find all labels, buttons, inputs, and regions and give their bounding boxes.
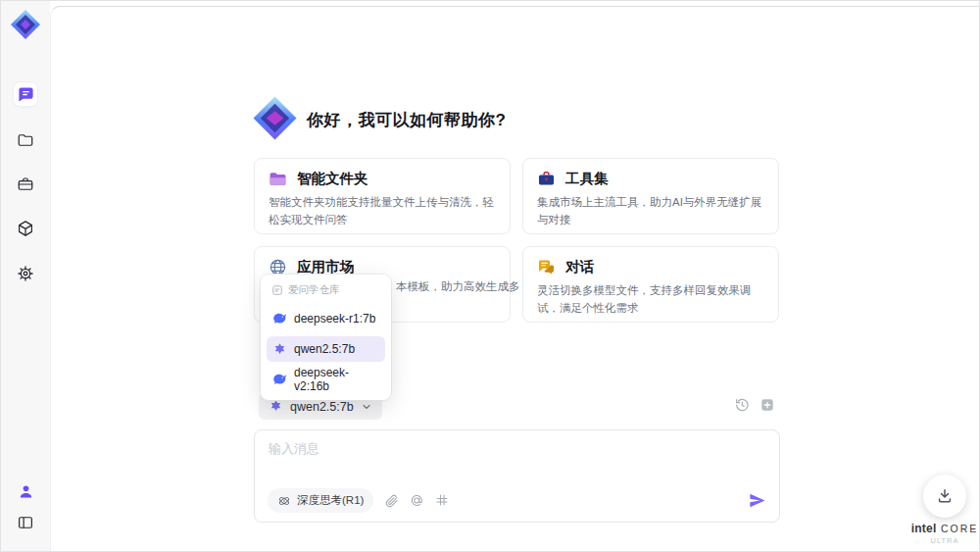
grid-icon[interactable] (435, 493, 450, 508)
folder-purple-icon (269, 170, 287, 188)
chat-bubble-icon (18, 86, 34, 103)
card-description-partial: 本模板，助力高效生成多 (396, 278, 523, 296)
model-option-qwen[interactable]: qwen2.5:7b (267, 336, 385, 362)
sidebar-item-models[interactable] (14, 217, 37, 240)
sidebar-item-account[interactable] (14, 479, 37, 503)
card-title: 对话 (565, 258, 594, 276)
atom-icon (277, 494, 291, 508)
at-icon[interactable] (410, 493, 424, 508)
model-dropdown: 爱问学仓库 deepseek-r1:7b qwen2.5:7b (261, 275, 391, 400)
model-option-label: qwen2.5:7b (294, 342, 355, 356)
app-logo-icon (10, 9, 41, 40)
model-option-deepseek-v2[interactable]: deepseek-v2:16b (267, 367, 385, 392)
sidebar (1, 1, 50, 551)
sidebar-item-chat[interactable] (14, 82, 37, 106)
sidebar-item-toolbox[interactable] (14, 173, 37, 196)
new-chat-icon[interactable] (760, 397, 775, 413)
history-icon[interactable] (734, 397, 750, 413)
greeting-title: 你好，我可以如何帮助你? (307, 109, 506, 131)
deep-think-label: 深度思考(R1) (297, 493, 364, 508)
download-button[interactable] (923, 475, 966, 518)
sidebar-item-collapse[interactable] (14, 511, 37, 534)
model-dropdown-header-label: 爱问学仓库 (288, 283, 340, 297)
cube-icon (17, 220, 34, 237)
message-input[interactable]: 输入消息 深度思考(R1) (254, 429, 780, 523)
app-window: 你好，我可以如何帮助你? 智能文件夹 智能文件夹功能支持批量文件上传与清洗，轻松… (0, 0, 980, 552)
user-icon (18, 483, 34, 500)
panel-icon (17, 514, 34, 531)
model-option-label: deepseek-v2:16b (294, 366, 379, 393)
conversation-tools (734, 397, 775, 413)
qwen-icon (272, 342, 287, 357)
repo-icon (271, 284, 283, 296)
folder-icon (17, 131, 34, 149)
message-input-placeholder: 输入消息 (269, 440, 319, 458)
card-title: 智能文件夹 (297, 170, 368, 188)
qwen-icon (269, 399, 283, 414)
model-option-label: deepseek-r1:7b (294, 312, 375, 326)
tier-label: ultra (904, 537, 980, 545)
download-icon (935, 486, 955, 506)
card-toolset[interactable]: 工具集 集成市场上主流工具，助力AI与外界无缝扩展与对接 (522, 158, 779, 234)
card-description: 灵活切换多模型文件，支持多样回复效果调试，满足个性化需求 (537, 282, 764, 318)
card-smart-folder[interactable]: 智能文件夹 智能文件夹功能支持批量文件上传与清洗，轻松实现文件问答 (254, 158, 511, 234)
chevron-down-icon (361, 401, 372, 413)
briefcase-icon (17, 176, 34, 193)
deepseek-icon (272, 312, 287, 326)
model-selector-value: qwen2.5:7b (290, 400, 354, 414)
card-title: 工具集 (565, 170, 609, 188)
paperclip-icon[interactable] (384, 493, 399, 508)
card-description: 智能文件夹功能支持批量文件上传与清洗，轻松实现文件问答 (269, 194, 496, 229)
greeting-gem-icon (252, 95, 298, 141)
briefcase-red-icon (537, 170, 556, 188)
send-icon[interactable] (748, 491, 766, 510)
intel-core-logo: intel core ultra (904, 519, 980, 545)
deepseek-icon (272, 373, 287, 387)
card-dialogue[interactable]: 对话 灵活切换多模型文件，支持多样回复效果调试，满足个性化需求 (522, 246, 779, 323)
core-wordmark: core (941, 523, 978, 534)
deep-think-toggle[interactable]: 深度思考(R1) (268, 488, 373, 513)
model-dropdown-header: 爱问学仓库 (267, 281, 385, 301)
card-description: 集成市场上主流工具，助力AI与外界无缝扩展与对接 (537, 194, 764, 229)
model-option-deepseek-r1[interactable]: deepseek-r1:7b (267, 306, 385, 331)
composer-toolbar: 深度思考(R1) (268, 488, 766, 513)
sidebar-item-settings[interactable] (14, 262, 37, 285)
chat-amber-icon (537, 258, 556, 276)
intel-wordmark: intel (911, 522, 937, 535)
gear-icon (17, 265, 34, 282)
sidebar-item-folders[interactable] (14, 128, 37, 152)
